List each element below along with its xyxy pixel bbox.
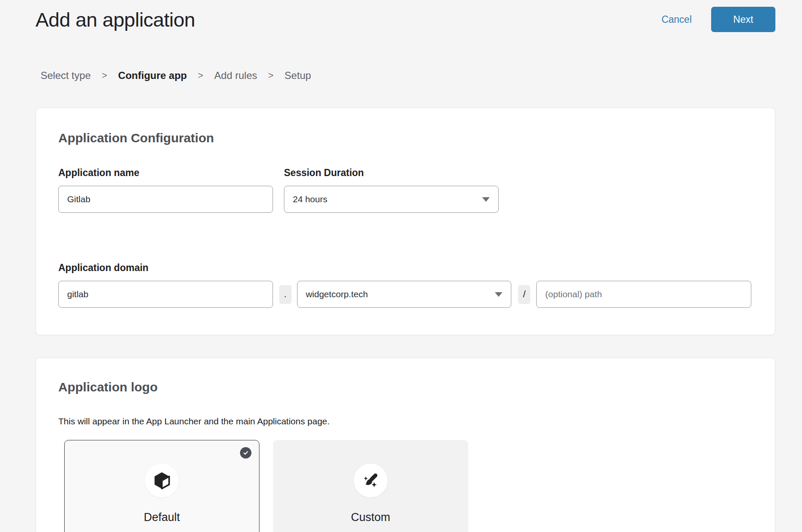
default-logo-circle bbox=[145, 464, 179, 497]
application-logo-description: This will appear in the App Launcher and… bbox=[58, 416, 751, 426]
application-name-input[interactable] bbox=[58, 186, 273, 213]
application-logo-heading: Application logo bbox=[58, 380, 751, 394]
name-duration-row: Application name Session Duration 24 hou… bbox=[58, 167, 751, 213]
application-domain-section: Application domain . widgetcorp.tech / bbox=[58, 262, 751, 308]
page-title: Add an application bbox=[35, 8, 661, 31]
subdomain-input[interactable] bbox=[58, 281, 273, 308]
paintbrush-icon bbox=[361, 471, 380, 490]
slash-separator: / bbox=[518, 285, 530, 304]
custom-logo-circle bbox=[354, 464, 387, 497]
check-icon bbox=[242, 449, 249, 456]
chevron-down-icon bbox=[495, 292, 502, 297]
selected-check-badge bbox=[240, 447, 251, 459]
session-duration-label: Session Duration bbox=[284, 167, 499, 179]
breadcrumb-separator: > bbox=[268, 70, 274, 81]
session-duration-field-group: Session Duration 24 hours bbox=[284, 167, 499, 213]
next-button[interactable]: Next bbox=[711, 7, 775, 32]
cube-icon bbox=[152, 471, 172, 490]
breadcrumb-separator: > bbox=[198, 70, 203, 81]
cancel-button[interactable]: Cancel bbox=[661, 14, 692, 25]
application-name-label: Application name bbox=[58, 167, 273, 179]
breadcrumb-separator: > bbox=[102, 70, 107, 81]
logo-option-label: Default bbox=[65, 511, 259, 524]
breadcrumb-step-configure-app[interactable]: Configure app bbox=[118, 70, 187, 81]
chevron-down-icon bbox=[482, 197, 490, 202]
breadcrumb-step-add-rules[interactable]: Add rules bbox=[214, 70, 257, 81]
page-header: Add an application Cancel Next bbox=[0, 0, 802, 39]
session-duration-value: 24 hours bbox=[293, 194, 327, 204]
breadcrumb-step-select-type[interactable]: Select type bbox=[41, 70, 91, 81]
breadcrumb-step-setup[interactable]: Setup bbox=[284, 70, 311, 81]
breadcrumb: Select type > Configure app > Add rules … bbox=[41, 70, 802, 81]
application-domain-label: Application domain bbox=[58, 262, 751, 274]
application-configuration-card: Application Configuration Application na… bbox=[35, 108, 775, 335]
path-input[interactable] bbox=[536, 281, 751, 308]
logo-options-row: Default Custom bbox=[64, 440, 751, 532]
logo-option-default[interactable]: Default bbox=[64, 440, 259, 532]
application-name-field-group: Application name bbox=[58, 167, 273, 213]
session-duration-select[interactable]: 24 hours bbox=[284, 186, 499, 213]
domain-select-value: widgetcorp.tech bbox=[306, 289, 368, 299]
dot-separator: . bbox=[279, 285, 292, 304]
logo-option-custom[interactable]: Custom bbox=[273, 440, 468, 532]
application-domain-row: . widgetcorp.tech / bbox=[58, 281, 751, 308]
application-configuration-heading: Application Configuration bbox=[58, 131, 751, 145]
application-logo-card: Application logo This will appear in the… bbox=[35, 358, 775, 532]
logo-option-label: Custom bbox=[273, 511, 468, 524]
domain-select[interactable]: widgetcorp.tech bbox=[297, 281, 512, 308]
